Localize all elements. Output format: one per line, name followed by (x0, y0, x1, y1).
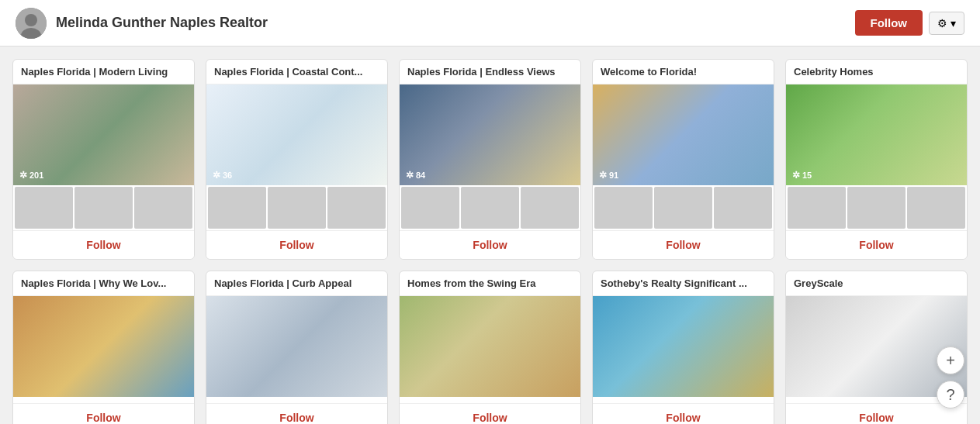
thumbnail-coastal-cont-1[interactable] (268, 187, 326, 229)
follow-button-sotheby[interactable]: Follow (593, 403, 774, 424)
thumbnail-modern-living-2[interactable] (134, 187, 192, 229)
board-thumbnails-coastal-cont (206, 185, 387, 230)
pin-count-endless-views: 84 (406, 170, 425, 181)
follow-button-endless-views[interactable]: Follow (400, 230, 580, 259)
board-title-coastal-cont: Naples Florida | Coastal Cont... (206, 60, 387, 84)
board-card-curb-appeal: Naples Florida | Curb AppealFollow (206, 271, 388, 424)
pin-count-coastal-cont: 36 (213, 170, 232, 181)
follow-button-modern-living[interactable]: Follow (13, 230, 194, 259)
board-thumbnails-welcome-florida (593, 185, 774, 230)
board-title-modern-living: Naples Florida | Modern Living (13, 60, 194, 84)
thumbnail-celebrity-homes-2[interactable] (907, 187, 965, 229)
follow-button-swing-era[interactable]: Follow (400, 403, 580, 424)
follow-button-coastal-cont[interactable]: Follow (206, 230, 387, 259)
thumbnail-coastal-cont-2[interactable] (327, 187, 386, 229)
board-main-image-celebrity-homes[interactable]: 15 (786, 84, 967, 185)
board-thumbnails-endless-views (400, 185, 580, 230)
board-card-welcome-florida: Welcome to Florida! 91Follow (592, 59, 774, 260)
board-main-image-endless-views[interactable]: 84 (400, 84, 580, 185)
follow-button-celebrity-homes[interactable]: Follow (786, 230, 967, 259)
board-card-why-we-love: Naples Florida | Why We Lov...Follow (12, 271, 195, 424)
avatar (16, 8, 47, 39)
follow-button-curb-appeal[interactable]: Follow (206, 403, 387, 424)
board-title-welcome-florida: Welcome to Florida! (593, 60, 774, 84)
thumbnail-modern-living-1[interactable] (74, 187, 133, 229)
thumbnail-welcome-florida-2[interactable] (714, 187, 772, 229)
thumbnail-celebrity-homes-1[interactable] (847, 187, 906, 229)
thumbnail-welcome-florida-0[interactable] (594, 187, 653, 229)
board-title-why-we-love: Naples Florida | Why We Lov... (13, 271, 194, 296)
board-title-greyscale: GreyScale (786, 271, 967, 296)
pin-icon (406, 170, 414, 181)
board-title-curb-appeal: Naples Florida | Curb Appeal (206, 271, 387, 296)
board-main-image-why-we-love[interactable] (13, 296, 194, 397)
svg-point-1 (25, 14, 37, 26)
board-card-celebrity-homes: Celebrity Homes 15Follow (785, 59, 968, 260)
follow-button-why-we-love[interactable]: Follow (13, 403, 194, 424)
board-card-sotheby: Sotheby's Realty Significant ...Follow (592, 271, 774, 424)
board-thumbnails-modern-living (13, 185, 194, 230)
add-button[interactable]: + (937, 346, 964, 374)
follow-header-button[interactable]: Follow (855, 10, 923, 36)
pin-icon (213, 170, 220, 181)
board-thumbnails-celebrity-homes (786, 185, 967, 230)
board-main-image-swing-era[interactable] (400, 296, 580, 397)
pin-count-welcome-florida: 91 (599, 170, 618, 181)
header: Melinda Gunther Naples Realtor Follow ⚙ … (0, 0, 980, 47)
board-card-modern-living: Naples Florida | Modern Living 201Follow (12, 59, 195, 260)
pin-icon (792, 170, 800, 181)
header-actions: Follow ⚙ ▾ (855, 10, 965, 36)
thumbnail-endless-views-2[interactable] (521, 187, 579, 229)
help-button[interactable]: ? (937, 381, 964, 408)
board-main-image-curb-appeal[interactable] (206, 296, 387, 397)
thumbnail-celebrity-homes-0[interactable] (788, 187, 846, 229)
float-buttons: + ? (937, 346, 964, 408)
boards-grid: Naples Florida | Modern Living 201Follow… (0, 47, 980, 424)
page-title: Melinda Gunther Naples Realtor (56, 15, 855, 31)
chevron-down-icon: ▾ (951, 17, 956, 29)
gear-icon: ⚙ (937, 17, 947, 29)
board-main-image-coastal-cont[interactable]: 36 (206, 84, 387, 185)
board-card-endless-views: Naples Florida | Endless Views 84Follow (399, 59, 581, 260)
thumbnail-endless-views-1[interactable] (461, 187, 519, 229)
thumbnail-welcome-florida-1[interactable] (654, 187, 712, 229)
follow-button-welcome-florida[interactable]: Follow (593, 230, 774, 259)
board-card-swing-era: Homes from the Swing EraFollow (399, 271, 581, 424)
pin-count-celebrity-homes: 15 (792, 170, 812, 181)
thumbnail-endless-views-0[interactable] (401, 187, 459, 229)
board-title-celebrity-homes: Celebrity Homes (786, 60, 967, 84)
board-title-endless-views: Naples Florida | Endless Views (400, 60, 580, 84)
pin-icon (599, 170, 607, 181)
board-card-coastal-cont: Naples Florida | Coastal Cont... 36Follo… (206, 59, 388, 260)
thumbnail-modern-living-0[interactable] (15, 187, 73, 229)
board-main-image-welcome-florida[interactable]: 91 (593, 84, 774, 185)
pin-count-modern-living: 201 (19, 170, 43, 181)
pin-icon (19, 170, 27, 181)
thumbnail-coastal-cont-0[interactable] (208, 187, 266, 229)
board-title-sotheby: Sotheby's Realty Significant ... (593, 271, 774, 296)
board-main-image-modern-living[interactable]: 201 (13, 84, 194, 185)
board-title-swing-era: Homes from the Swing Era (400, 271, 580, 296)
settings-button[interactable]: ⚙ ▾ (929, 12, 964, 35)
board-main-image-sotheby[interactable] (593, 296, 774, 397)
